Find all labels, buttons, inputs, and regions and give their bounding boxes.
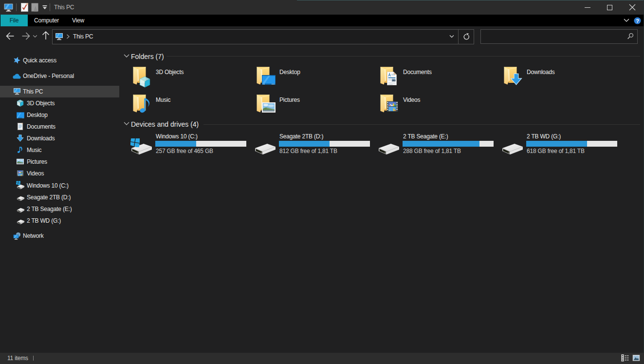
svg-text:?: ? <box>636 18 639 24</box>
